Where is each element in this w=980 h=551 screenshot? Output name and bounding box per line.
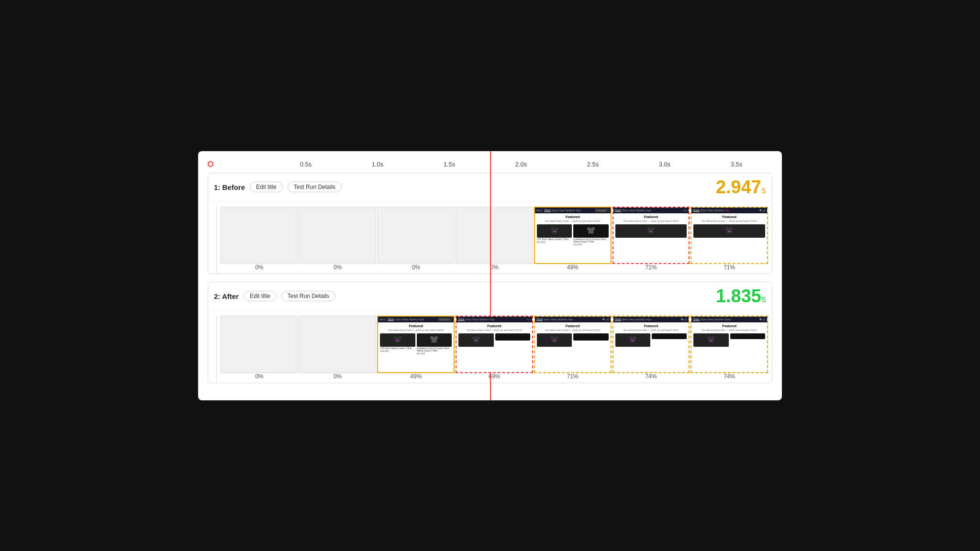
before-frame-img-5: Home Shirts Fitted WebPerf Hats S ≡ — [612, 207, 690, 264]
after-frame-1 — [299, 316, 377, 373]
before-frame-img-1 — [299, 207, 377, 264]
after-frame-img-5: Home Shirts Fitted WebPerf Hats 🔍 🛒 — [612, 316, 690, 373]
after-frame-img-2: Menu Home Shirts Fitted WebPerf Hats S S… — [377, 316, 455, 373]
after-pct-4: 71% — [534, 373, 612, 380]
after-pct-row: 0% 0% 49% 69% 71% 74% 74% — [217, 373, 772, 383]
after-content: Menu Home Shirts Fitted WebPerf Hats S S… — [208, 311, 772, 383]
tick-4: 2.5s — [557, 161, 629, 168]
tick-5: 3.0s — [629, 161, 701, 168]
after-frame-6: Home Shirts Fitted WebPerf Shirts 🔍 🛒 — [690, 316, 768, 373]
after-frame-0 — [221, 316, 298, 373]
timeline-ticks: 0.5s 1.0s 1.5s 2.0s 2.5s 3.0s 3.5s — [270, 161, 772, 168]
before-filmstrip-area: Menu Home Shirts Fitted WebPerf Hats S S… — [217, 207, 772, 274]
after-frame-img-1 — [299, 316, 377, 373]
before-pct-1: 0% — [299, 264, 377, 271]
before-pct-6: 71% — [690, 264, 768, 271]
before-frames-row: Menu Home Shirts Fitted WebPerf Hats S S… — [217, 207, 772, 264]
after-frame-img-0 — [221, 316, 298, 373]
before-score: 2.947s — [716, 177, 766, 198]
tick-0: 0.5s — [270, 161, 342, 168]
before-edit-title-button[interactable]: Edit title — [250, 182, 283, 192]
before-title: 1: Before — [214, 183, 245, 191]
before-pct-5: 71% — [612, 264, 690, 271]
before-frame-5: Home Shirts Fitted WebPerf Hats S ≡ — [612, 207, 690, 264]
tick-3: 2.0s — [485, 161, 557, 168]
after-pct-2: 49% — [377, 373, 455, 380]
after-pct-3: 69% — [456, 373, 533, 380]
after-pct-6: 74% — [690, 373, 768, 380]
before-frame-img-6: Home Shirts Fitted WebPerf Hats 🔍 🛒 — [690, 207, 768, 264]
timeline-marker — [208, 161, 213, 167]
after-pct-1: 0% — [299, 373, 377, 380]
after-frame-img-6: Home Shirts Fitted WebPerf Shirts 🔍 🛒 — [690, 316, 768, 373]
before-pct-4: 49% — [534, 264, 612, 271]
after-filmstrip-area: Menu Home Shirts Fitted WebPerf Hats S S… — [217, 316, 772, 383]
before-frame-4: Menu Home Shirts Fitted WebPerf Hats S S… — [534, 207, 612, 264]
tick-2: 1.5s — [413, 161, 485, 168]
main-container: 0.5s 1.0s 1.5s 2.0s 2.5s 3.0s 3.5s 1: Be… — [198, 151, 782, 400]
before-test-run-button[interactable]: Test Run Details — [288, 182, 342, 192]
after-frame-5: Home Shirts Fitted WebPerf Hats 🔍 🛒 — [612, 316, 690, 373]
after-frame-img-3: Home Shirts Fitted WebPerf Hats S ≡ — [456, 316, 533, 373]
after-frame-4: Home Shirts Fitted WebPerf Hats 🔍 🛒 — [534, 316, 612, 373]
tick-1: 1.0s — [342, 161, 413, 168]
after-pct-5: 74% — [612, 373, 690, 380]
before-frame-img-2 — [377, 207, 455, 264]
after-test-run-button[interactable]: Test Run Details — [281, 291, 335, 301]
after-pct-0: 0% — [221, 373, 298, 380]
after-frame-img-4: Home Shirts Fitted WebPerf Hats 🔍 🛒 — [534, 316, 612, 373]
before-frame-3 — [456, 207, 533, 264]
before-left-bar — [208, 207, 217, 274]
before-pct-row: 0% 0% 0% 0% 49% 71% 71% — [217, 264, 772, 274]
after-title: 2: After — [214, 292, 239, 300]
before-pct-3: 0% — [456, 264, 533, 271]
before-pct-0: 0% — [221, 264, 298, 271]
before-frame-6: Home Shirts Fitted WebPerf Hats 🔍 🛒 — [690, 207, 768, 264]
tick-6: 3.5s — [701, 161, 772, 168]
before-frame-img-3 — [456, 207, 533, 264]
before-pct-2: 0% — [377, 264, 455, 271]
after-frame-3: Home Shirts Fitted WebPerf Hats S ≡ — [456, 316, 533, 373]
after-section: 2: After Edit title Test Run Details 1.8… — [208, 282, 772, 383]
before-frame-img-0 — [221, 207, 298, 264]
before-frame-2 — [377, 207, 455, 264]
before-frame-1 — [299, 207, 377, 264]
after-frame-2: Menu Home Shirts Fitted WebPerf Hats S S… — [377, 316, 455, 373]
after-edit-title-button[interactable]: Edit title — [244, 291, 277, 301]
after-left-bar — [208, 316, 217, 383]
before-frame-img-4: Menu Home Shirts Fitted WebPerf Hats S S… — [534, 207, 612, 264]
after-score: 1.835s — [716, 286, 766, 307]
after-frames-row: Menu Home Shirts Fitted WebPerf Hats S S… — [217, 316, 772, 373]
before-frame-0 — [221, 207, 298, 264]
